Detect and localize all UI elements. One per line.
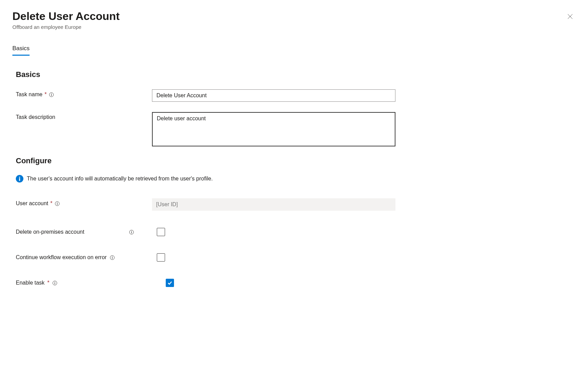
- info-filled-icon: [16, 175, 23, 183]
- info-icon[interactable]: [109, 255, 115, 260]
- svg-point-18: [55, 282, 55, 283]
- svg-rect-13: [131, 232, 131, 233]
- svg-point-9: [57, 202, 58, 203]
- svg-rect-16: [112, 257, 112, 259]
- svg-rect-10: [57, 203, 57, 205]
- info-message: The user's account info will automatical…: [27, 176, 213, 182]
- svg-point-6: [19, 177, 20, 178]
- svg-rect-19: [55, 283, 55, 284]
- task-name-label: Task name: [16, 91, 42, 98]
- close-icon: [567, 13, 574, 20]
- info-icon[interactable]: [129, 229, 134, 235]
- svg-rect-4: [51, 94, 52, 96]
- task-name-input[interactable]: [152, 89, 395, 102]
- configure-section-heading: Configure: [16, 156, 576, 165]
- task-description-label: Task description: [16, 114, 55, 120]
- tab-basics[interactable]: Basics: [12, 45, 30, 56]
- basics-section-heading: Basics: [16, 70, 576, 79]
- enable-task-label: Enable task: [16, 280, 45, 286]
- required-indicator: *: [50, 200, 52, 207]
- continue-on-error-label: Continue workflow execution on error: [16, 254, 107, 261]
- tab-bar: Basics: [12, 45, 576, 56]
- required-indicator: *: [47, 280, 50, 286]
- info-icon[interactable]: [55, 201, 60, 206]
- delete-onprem-label: Delete on-premises account: [16, 229, 84, 235]
- page-title: Delete User Account: [12, 10, 120, 23]
- close-button[interactable]: [565, 11, 576, 23]
- page-subtitle: Offboard an employee Europe: [12, 24, 120, 30]
- user-account-input: [152, 198, 395, 211]
- continue-on-error-checkbox[interactable]: [157, 253, 165, 262]
- user-account-label: User account: [16, 200, 48, 207]
- task-description-input[interactable]: [152, 112, 395, 146]
- svg-point-12: [131, 231, 132, 232]
- info-icon[interactable]: [52, 280, 58, 286]
- svg-rect-7: [19, 178, 20, 181]
- enable-task-checkbox[interactable]: [166, 279, 174, 287]
- delete-onprem-checkbox[interactable]: [157, 228, 165, 236]
- svg-point-3: [51, 93, 52, 94]
- required-indicator: *: [44, 91, 46, 98]
- svg-point-15: [112, 256, 112, 257]
- info-icon[interactable]: [49, 92, 54, 97]
